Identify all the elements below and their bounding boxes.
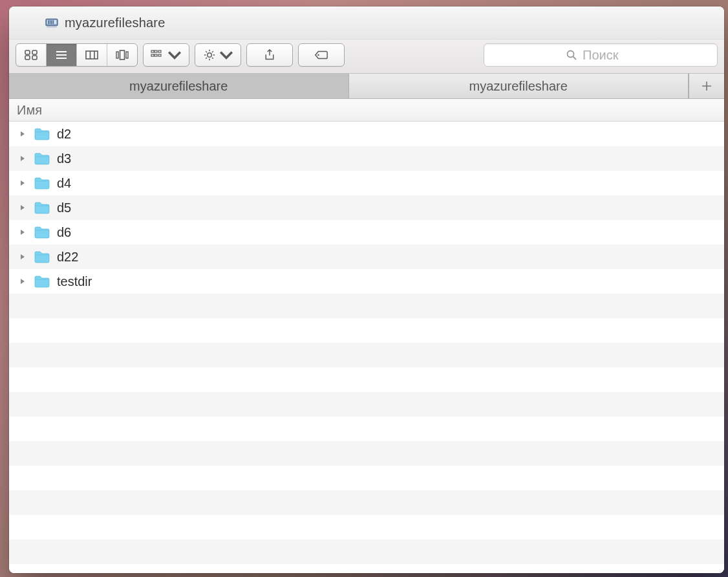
svg-line-32 <box>212 58 213 59</box>
grid-icon <box>24 49 38 61</box>
network-share-icon <box>45 17 58 28</box>
svg-rect-14 <box>86 51 98 59</box>
file-row[interactable]: d5 <box>9 195 724 220</box>
folder-icon <box>34 176 50 190</box>
empty-row <box>9 490 724 515</box>
svg-line-37 <box>573 57 577 60</box>
tab-label: myazurefileshare <box>129 79 228 94</box>
empty-row <box>9 343 724 367</box>
disclosure-triangle-icon[interactable] <box>18 228 27 236</box>
disclosure-triangle-icon[interactable] <box>18 130 27 138</box>
tab-bar: myazurefileshare myazurefileshare <box>9 74 724 99</box>
empty-row <box>9 417 724 441</box>
action-button[interactable] <box>195 43 241 67</box>
disclosure-triangle-icon[interactable] <box>18 278 27 285</box>
view-coverflow-button[interactable] <box>107 44 137 66</box>
file-row[interactable]: d4 <box>9 171 724 195</box>
empty-row <box>9 318 724 343</box>
empty-row <box>9 294 724 318</box>
folder-icon <box>34 201 50 215</box>
svg-rect-10 <box>32 56 37 60</box>
svg-point-36 <box>568 51 574 58</box>
svg-rect-18 <box>120 50 125 60</box>
file-name: d5 <box>57 201 71 215</box>
svg-line-31 <box>206 51 207 52</box>
svg-rect-9 <box>25 56 30 60</box>
empty-row <box>9 466 724 490</box>
titlebar: myazurefileshare <box>9 6 724 39</box>
file-row[interactable]: d6 <box>9 220 724 245</box>
coverflow-icon <box>115 49 129 61</box>
view-icons-button[interactable] <box>16 44 47 66</box>
svg-rect-6 <box>47 26 57 28</box>
svg-rect-4 <box>51 20 52 24</box>
file-row[interactable]: testdir <box>9 269 724 294</box>
list-icon <box>54 49 69 61</box>
arrange-icon <box>151 49 165 61</box>
tags-button[interactable] <box>298 43 345 67</box>
plus-icon <box>701 80 712 92</box>
svg-rect-22 <box>158 50 161 52</box>
tab-1[interactable]: myazurefileshare <box>349 74 689 98</box>
file-name: d2 <box>57 127 71 142</box>
folder-icon <box>34 127 50 141</box>
columns-icon <box>85 49 99 61</box>
chevron-down-icon <box>219 49 233 61</box>
view-columns-button[interactable] <box>77 44 107 66</box>
file-name: testdir <box>57 274 92 289</box>
svg-rect-3 <box>50 20 51 24</box>
folder-icon <box>34 274 50 288</box>
svg-rect-23 <box>151 54 154 56</box>
svg-rect-24 <box>155 54 157 56</box>
file-listing: d2d3d4d5d6d22testdir <box>9 122 724 573</box>
svg-rect-25 <box>158 54 161 56</box>
svg-rect-19 <box>126 52 128 58</box>
svg-line-34 <box>206 58 207 59</box>
finder-window: myazurefileshare <box>9 6 724 573</box>
folder-icon <box>34 151 50 166</box>
share-button[interactable] <box>246 43 293 67</box>
chevron-down-icon <box>167 49 182 61</box>
disclosure-triangle-icon[interactable] <box>18 253 27 261</box>
gear-icon <box>202 49 217 61</box>
search-input[interactable] <box>581 47 636 63</box>
svg-point-26 <box>208 53 212 58</box>
svg-rect-20 <box>151 50 154 52</box>
arrange-button[interactable] <box>143 43 189 67</box>
svg-line-33 <box>212 51 213 52</box>
file-name: d6 <box>57 225 71 240</box>
svg-rect-2 <box>48 20 49 24</box>
search-icon <box>566 49 577 61</box>
svg-rect-8 <box>32 50 37 54</box>
disclosure-triangle-icon[interactable] <box>18 179 27 187</box>
svg-point-35 <box>317 54 319 56</box>
folder-icon <box>34 225 50 239</box>
svg-rect-17 <box>116 52 118 58</box>
svg-rect-7 <box>25 50 30 54</box>
file-row[interactable]: d3 <box>9 146 724 171</box>
share-icon <box>262 49 277 61</box>
disclosure-triangle-icon[interactable] <box>18 155 27 162</box>
file-name: d4 <box>57 176 71 191</box>
tag-icon <box>314 49 328 61</box>
empty-row <box>9 515 724 539</box>
window-title: myazurefileshare <box>65 16 166 30</box>
empty-row <box>9 392 724 417</box>
empty-row <box>9 441 724 466</box>
svg-rect-5 <box>53 20 54 24</box>
search-field[interactable] <box>484 43 718 67</box>
tab-0[interactable]: myazurefileshare <box>9 74 349 98</box>
file-row[interactable]: d22 <box>9 245 724 269</box>
folder-icon <box>34 250 50 264</box>
column-header-row: Имя <box>9 99 724 122</box>
file-row[interactable]: d2 <box>9 122 724 146</box>
empty-row <box>9 367 724 392</box>
column-header-name[interactable]: Имя <box>17 103 42 118</box>
disclosure-triangle-icon[interactable] <box>18 204 27 212</box>
view-list-button[interactable] <box>47 44 77 66</box>
tab-label: myazurefileshare <box>469 79 568 94</box>
new-tab-button[interactable] <box>689 74 724 98</box>
file-name: d3 <box>57 151 71 166</box>
empty-row <box>9 539 724 564</box>
toolbar <box>9 39 724 74</box>
